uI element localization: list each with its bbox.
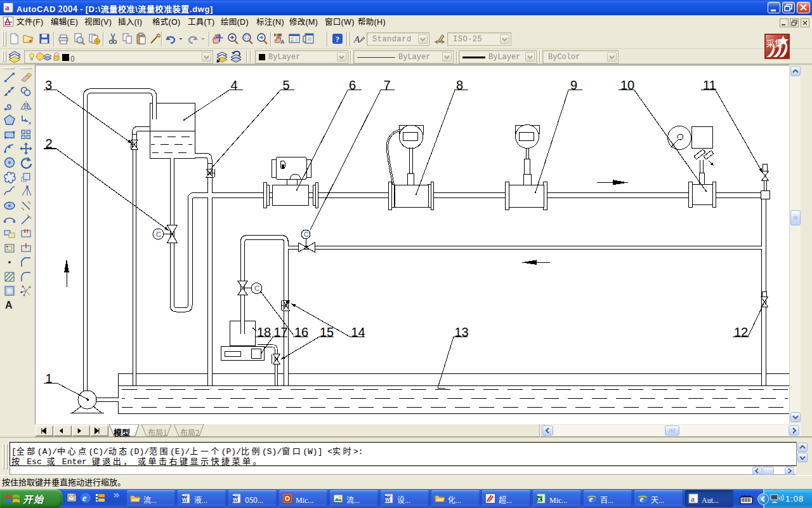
svg-text:W: W [385,497,390,502]
svg-text:X: X [537,497,541,502]
svg-text:W: W [233,497,238,502]
svg-text:C: C [156,231,161,238]
svg-text:e: e [589,494,593,504]
svg-text:A: A [280,39,285,45]
svg-text:采集: 采集 [766,37,783,49]
svg-text:A: A [5,300,13,311]
svg-text:W: W [182,497,187,502]
svg-text:C: C [304,231,308,238]
svg-text:e: e [82,493,86,503]
svg-text:a: a [691,494,695,504]
svg-text:A: A [353,34,360,44]
svg-text:?: ? [336,34,340,44]
svg-text:e: e [640,494,644,504]
svg-text:C: C [254,284,259,292]
